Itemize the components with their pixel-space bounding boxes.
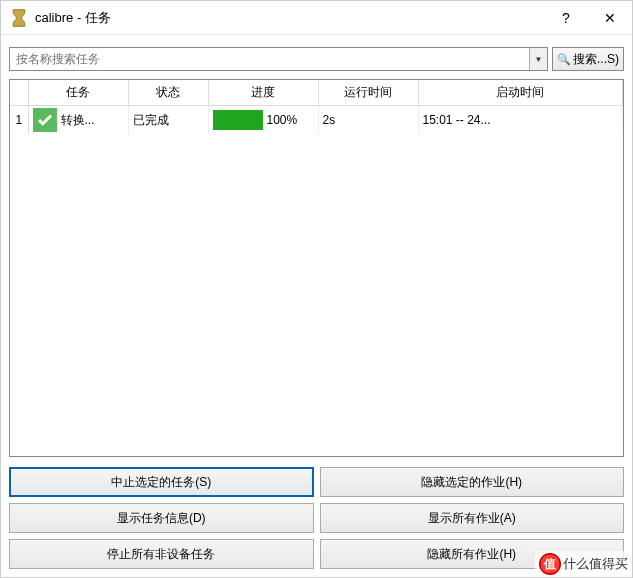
window-title: calibre - 任务 bbox=[35, 9, 544, 27]
search-button-label: 搜索...S) bbox=[573, 51, 619, 68]
cell-runtime: 2s bbox=[318, 106, 418, 135]
table-header-row: 任务 状态 进度 运行时间 启动时间 bbox=[10, 80, 623, 106]
cell-status: 已完成 bbox=[128, 106, 208, 135]
tasks-table: 任务 状态 进度 运行时间 启动时间 1 转换... 已完成 bbox=[9, 79, 624, 457]
search-combo[interactable]: ▼ bbox=[9, 47, 548, 71]
col-task[interactable]: 任务 bbox=[28, 80, 128, 106]
button-grid: 中止选定的任务(S) 隐藏选定的作业(H) 显示任务信息(D) 显示所有作业(A… bbox=[1, 463, 632, 577]
progress-bar bbox=[213, 110, 263, 130]
hide-all-button[interactable]: 隐藏所有作业(H) bbox=[320, 539, 625, 569]
close-button[interactable]: ✕ bbox=[588, 1, 632, 35]
search-input[interactable] bbox=[10, 48, 529, 70]
search-button[interactable]: 🔍 搜索...S) bbox=[552, 47, 624, 71]
checkmark-icon bbox=[33, 108, 57, 132]
col-started[interactable]: 启动时间 bbox=[418, 80, 623, 106]
dropdown-toggle-icon[interactable]: ▼ bbox=[529, 48, 547, 70]
col-progress[interactable]: 进度 bbox=[208, 80, 318, 106]
col-status[interactable]: 状态 bbox=[128, 80, 208, 106]
task-info-button[interactable]: 显示任务信息(D) bbox=[9, 503, 314, 533]
cell-progress: 100% bbox=[208, 106, 318, 135]
titlebar: calibre - 任务 ? ✕ bbox=[1, 1, 632, 35]
help-button[interactable]: ? bbox=[544, 1, 588, 35]
cell-rownum: 1 bbox=[10, 106, 28, 135]
search-icon: 🔍 bbox=[557, 53, 571, 66]
search-row: ▼ 🔍 搜索...S) bbox=[1, 35, 632, 79]
cell-started: 15:01 -- 24... bbox=[418, 106, 623, 135]
hourglass-icon bbox=[9, 8, 29, 28]
table-row[interactable]: 1 转换... 已完成 100% 2s bbox=[10, 106, 623, 135]
cell-task: 转换... bbox=[28, 106, 128, 135]
stop-non-device-button[interactable]: 停止所有非设备任务 bbox=[9, 539, 314, 569]
hide-selected-button[interactable]: 隐藏选定的作业(H) bbox=[320, 467, 625, 497]
progress-label: 100% bbox=[267, 113, 298, 127]
stop-selected-button[interactable]: 中止选定的任务(S) bbox=[9, 467, 314, 497]
col-runtime[interactable]: 运行时间 bbox=[318, 80, 418, 106]
col-rownum[interactable] bbox=[10, 80, 28, 106]
show-all-button[interactable]: 显示所有作业(A) bbox=[320, 503, 625, 533]
